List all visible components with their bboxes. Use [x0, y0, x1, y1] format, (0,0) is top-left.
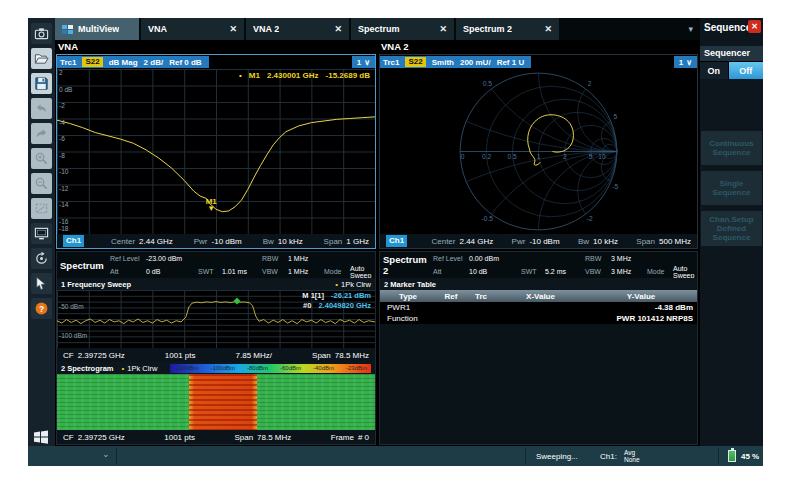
channel-status-label: Ch1:: [600, 452, 617, 461]
multiview-grid-icon: [62, 25, 73, 34]
sequencer-panel: Sequencer ✕ Sequencer On Off Continuous …: [700, 18, 763, 466]
tab-vna-2[interactable]: VNA 2✕: [246, 18, 351, 40]
trace-scale: 2 dB/: [144, 58, 164, 67]
help-pointer-icon[interactable]: [31, 273, 52, 294]
vna-window[interactable]: VNA Trc1 S22 dB Mag 2 dB/ Ref 0 dB 1 ∨: [55, 40, 378, 250]
zoom-out-icon[interactable]: [31, 173, 52, 194]
redo-icon[interactable]: [31, 123, 52, 144]
trace-legend: • 1Pk Clrw: [335, 280, 371, 289]
tab-spectrum[interactable]: Spectrum✕: [351, 18, 456, 40]
frequency-sweep-chart: -50 dBm-100 dBm M 1[1]-26.21 dBm#02.4049…: [57, 290, 375, 348]
zoom-in-icon[interactable]: [31, 148, 52, 169]
marker-m1[interactable]: M1 ▼: [206, 198, 217, 212]
camera-icon[interactable]: [31, 23, 52, 44]
column-header: Type: [380, 292, 436, 301]
help-icon[interactable]: ?: [31, 298, 52, 319]
undo-icon[interactable]: [31, 98, 52, 119]
svg-text:5: 5: [613, 113, 617, 120]
column-header: Ref: [436, 292, 466, 301]
vna2-window[interactable]: VNA 2 Trc1 S22 Smith 200 mU/ Ref 1 U 1 ∨: [378, 40, 700, 250]
battery-icon: [728, 450, 736, 462]
vna-chart: 20 dB-2-4-6-8-10-12-14-16-18 • M1 2.4300…: [57, 69, 375, 234]
touch-rotate-icon[interactable]: [31, 248, 52, 269]
header-label: SWT: [198, 268, 222, 275]
battery-percent: 45 %: [741, 452, 759, 461]
footer-field: 1001 pts: [165, 351, 196, 360]
footer-field: CF2.39725 GHz: [63, 351, 125, 360]
open-file-icon[interactable]: [31, 48, 52, 69]
tab-label: VNA 2: [253, 24, 279, 34]
colorbar-label: -80dBm: [247, 365, 268, 371]
softkey-continuous-sequence[interactable]: Continuous Sequence: [701, 131, 762, 165]
header-label: Mode: [324, 268, 350, 275]
colorbar-label: -23dBm: [346, 365, 367, 371]
header-value: 0.00 dBm: [469, 255, 521, 262]
tab-close-icon[interactable]: ✕: [538, 24, 552, 34]
spectrogram-signal-band: [189, 374, 257, 430]
windows-logo-icon[interactable]: [33, 429, 50, 446]
spectrum2-window[interactable]: Spectrum 2 Ref Level0.00 dBmRBW3 MHzAtt1…: [378, 250, 700, 446]
table-cell: PWR1: [380, 303, 436, 312]
spectrogram-titlebar: 2 Spectrogram • 1Pk Clrw -120dBm-100dBm-…: [57, 362, 375, 374]
vna2-trace-bar[interactable]: Trc1 S22 Smith 200 mU/ Ref 1 U 1 ∨: [380, 55, 697, 69]
sweep-status: Sweeping...: [536, 452, 578, 461]
zoom-reset-icon[interactable]: [31, 198, 52, 219]
tab-label: MultiView: [78, 24, 119, 34]
tab-close-icon[interactable]: ✕: [433, 24, 447, 34]
tab-spectrum-2[interactable]: Spectrum 2✕: [456, 18, 561, 40]
trace-selector-dropdown[interactable]: 1 ∨: [674, 56, 697, 68]
svg-text:0.5: 0.5: [483, 80, 492, 87]
svg-text:-5: -5: [612, 183, 618, 190]
vna2-trace-info: Trc1 S22 Smith 200 mU/ Ref 1 U: [380, 56, 531, 68]
instrument-app: ? MultiViewVNA✕VNA 2✕Spectrum✕Spectrum 2…: [28, 18, 763, 466]
header-value: Auto Sweep: [673, 265, 697, 279]
spectrum-axis-bar: CF2.39725 GHz1001 pts7.85 MHz/Span78.5 M…: [57, 348, 375, 362]
header-value: Auto Sweep: [350, 265, 375, 279]
footer-field: Pwr-10 dBm: [512, 237, 560, 246]
tab-vna[interactable]: VNA✕: [141, 18, 246, 40]
footer-field: Center2.44 GHz: [431, 237, 493, 246]
trace-ref: Ref 1 U: [497, 58, 525, 67]
sequencer-softkeys: Continuous SequenceSingle SequenceChan.S…: [700, 131, 763, 246]
channel-badge[interactable]: Ch1: [386, 235, 407, 247]
smartgrid-icon[interactable]: [31, 223, 52, 244]
colorbar-label: -40dBm: [313, 365, 334, 371]
trace-format: Smith: [432, 58, 454, 67]
footer-field: 7.85 MHz/: [236, 351, 272, 360]
sequencer-off-button[interactable]: Off: [729, 62, 763, 79]
average-indicator: Avg None: [624, 449, 640, 463]
close-icon[interactable]: ✕: [748, 20, 761, 33]
softkey-single-sequence[interactable]: Single Sequence: [701, 171, 762, 205]
footer-field: Bw10 kHz: [578, 237, 618, 246]
table-row[interactable]: FunctionPWR 101412 NRP8S: [380, 313, 697, 324]
tab-close-icon[interactable]: ✕: [223, 24, 237, 34]
sequencer-on-button[interactable]: On: [700, 62, 729, 79]
tab-overflow-button[interactable]: ▾: [681, 18, 700, 40]
spectrogram-colorbar: -120dBm-100dBm-80dBm-60dBm-40dBm-23dBm: [170, 364, 371, 373]
tab-multiview[interactable]: MultiView: [55, 18, 141, 40]
footer-field: Span500 MHz: [636, 237, 691, 246]
header-value: 1 MHz: [288, 268, 324, 275]
channel-badge[interactable]: Ch1: [63, 235, 84, 247]
table-row[interactable]: PWR1-4.38 dBm: [380, 302, 697, 313]
header-value: 5.2 ms: [545, 268, 585, 275]
trace-name: Trc1: [60, 58, 76, 67]
spectrum-marker-readout: M 1[1]-26.21 dBm#02.4049820 GHz: [302, 291, 371, 311]
column-header: X-Value: [496, 292, 585, 301]
smith-grid: [456, 69, 621, 234]
chevron-down-icon[interactable]: ⌄: [102, 450, 110, 459]
vna-trace-bar[interactable]: Trc1 S22 dB Mag 2 dB/ Ref 0 dB 1 ∨: [57, 55, 375, 69]
softkey-chan-setup-defined-sequence[interactable]: Chan.Setup Defined Sequence: [701, 211, 762, 246]
tab-close-icon[interactable]: ✕: [328, 24, 342, 34]
frequency-sweep-titlebar: 1 Frequency Sweep • 1Pk Clrw: [57, 278, 375, 290]
save-icon[interactable]: [31, 73, 52, 94]
trace-selector-dropdown[interactable]: 1 ∨: [352, 56, 375, 68]
spectrum-window[interactable]: Spectrum Ref Level-23.00 dBmRBW1 MHzAtt0…: [55, 250, 378, 446]
sparam-badge: S22: [405, 57, 425, 67]
colorbar-label: -120dBm: [174, 365, 198, 371]
header-value: 3 MHz: [611, 268, 647, 275]
header-label: Ref Level: [110, 255, 146, 262]
svg-text:-2: -2: [587, 215, 593, 222]
trace-name: Trc1: [383, 58, 399, 67]
toolbar: ?: [28, 18, 55, 466]
